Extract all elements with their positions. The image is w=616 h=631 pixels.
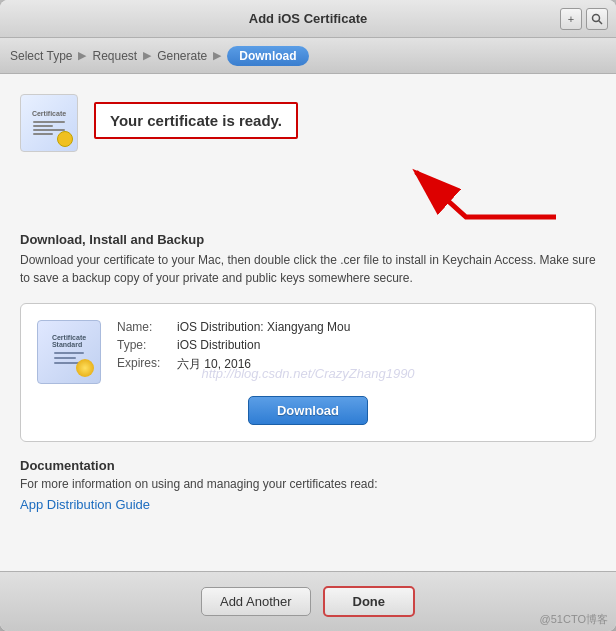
arrow-container	[20, 162, 596, 222]
window-title: Add iOS Certificate	[249, 11, 367, 26]
description-section: Download, Install and Backup Download yo…	[20, 232, 596, 287]
step-request[interactable]: Request	[92, 49, 137, 63]
search-button[interactable]	[586, 8, 608, 30]
cert-card-details: Name: iOS Distribution: Xiangyang Mou Ty…	[117, 320, 579, 377]
red-arrow	[386, 162, 566, 222]
search-icon	[591, 13, 603, 25]
cert-card-inner: CertificateStandard Name: iOS Distributi…	[37, 320, 579, 384]
cert-card-icon-label: CertificateStandard	[52, 334, 86, 348]
cert-type-value: iOS Distribution	[177, 338, 260, 352]
doc-title: Documentation	[20, 458, 596, 473]
description-title: Download, Install and Backup	[20, 232, 596, 247]
step-arrow-3: ▶	[213, 49, 221, 62]
mini-line-1	[54, 352, 84, 354]
documentation-section: Documentation For more information on us…	[20, 458, 596, 512]
cert-line-3	[33, 129, 65, 131]
cert-icon-label: Certificate	[32, 110, 66, 117]
mini-line-2	[54, 357, 76, 359]
bottom-bar: Add Another Done @51CTO博客	[0, 571, 616, 631]
cert-expires-label: Expires:	[117, 356, 177, 373]
svg-line-1	[599, 20, 602, 23]
cert-type-row: Type: iOS Distribution	[117, 338, 579, 352]
step-generate[interactable]: Generate	[157, 49, 207, 63]
download-button[interactable]: Download	[248, 396, 368, 425]
cert-download-area: Download	[37, 396, 579, 425]
add-button[interactable]: +	[560, 8, 582, 30]
cert-ready-message: Your certificate is ready.	[94, 102, 298, 139]
watermark-label: @51CTO博客	[540, 612, 608, 627]
app-distribution-guide-link[interactable]: App Distribution Guide	[20, 497, 150, 512]
step-arrow-1: ▶	[78, 49, 86, 62]
step-download[interactable]: Download	[227, 46, 308, 66]
description-text: Download your certificate to your Mac, t…	[20, 251, 596, 287]
svg-point-0	[593, 14, 600, 21]
step-select-type[interactable]: Select Type	[10, 49, 72, 63]
cert-expires-value: 六月 10, 2016	[177, 356, 251, 373]
add-another-button[interactable]: Add Another	[201, 587, 311, 616]
cert-ready-section: Certificate Your certificate is ready.	[20, 94, 596, 152]
doc-text: For more information on using and managi…	[20, 477, 596, 491]
cert-icon-badge	[57, 131, 73, 147]
done-button[interactable]: Done	[323, 586, 416, 617]
cert-line-2	[33, 125, 53, 127]
cert-name-value: iOS Distribution: Xiangyang Mou	[177, 320, 350, 334]
cert-line-4	[33, 133, 53, 135]
cert-card: http://blog.csdn.net/CrazyZhang1990 Cert…	[20, 303, 596, 442]
cert-expires-row: Expires: 六月 10, 2016	[117, 356, 579, 373]
cert-name-label: Name:	[117, 320, 177, 334]
certificate-icon: Certificate	[20, 94, 78, 152]
main-window: Add iOS Certificate + Select Type ▶ Requ…	[0, 0, 616, 631]
main-content: Certificate Your certificate is ready.	[0, 74, 616, 571]
mini-cert-badge	[76, 359, 94, 377]
cert-line-1	[33, 121, 65, 123]
title-bar-buttons: +	[560, 8, 608, 30]
steps-bar: Select Type ▶ Request ▶ Generate ▶ Downl…	[0, 38, 616, 74]
cert-card-icon: CertificateStandard	[37, 320, 101, 384]
step-arrow-2: ▶	[143, 49, 151, 62]
cert-name-row: Name: iOS Distribution: Xiangyang Mou	[117, 320, 579, 334]
cert-type-label: Type:	[117, 338, 177, 352]
title-bar: Add iOS Certificate +	[0, 0, 616, 38]
